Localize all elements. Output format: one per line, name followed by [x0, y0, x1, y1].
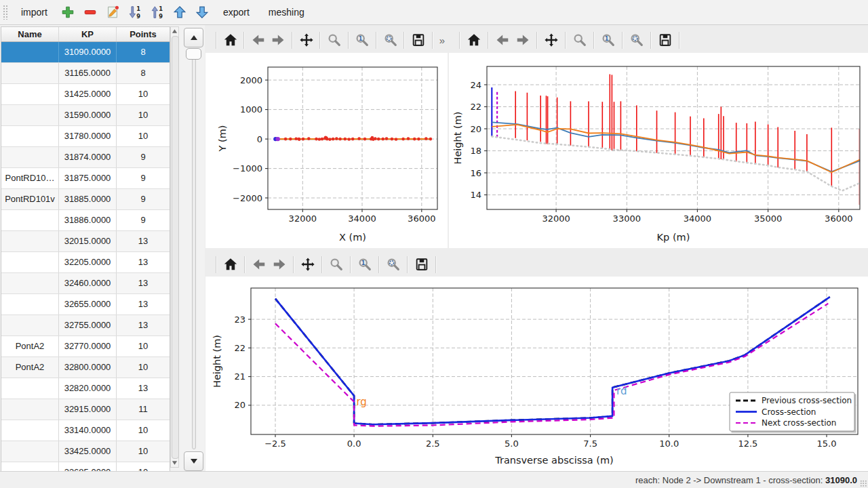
table-row[interactable]: PontRD10… 31875.0000 9: [1, 168, 170, 189]
back-icon[interactable]: [249, 255, 269, 274]
table-row[interactable]: 32205.0000 13: [1, 252, 170, 273]
pan-icon[interactable]: [298, 255, 318, 274]
scroll-up-icon[interactable]: [171, 27, 178, 35]
toolbar-separator: [348, 32, 349, 49]
column-header-name[interactable]: Name: [1, 27, 59, 41]
sort-ascending-icon[interactable]: 19: [149, 3, 167, 22]
cross-section-chart: rgrd−2.50.02.55.07.510.012.515.020212223…: [205, 277, 868, 471]
toolbar-separator: [593, 32, 595, 49]
save-figure-icon[interactable]: [408, 30, 428, 49]
table-scrollbar-thumb[interactable]: [172, 36, 179, 459]
svg-text:33000: 33000: [613, 214, 641, 224]
zoom-fit-icon[interactable]: [627, 30, 647, 49]
svg-text:1000: 1000: [240, 104, 262, 115]
forward-icon[interactable]: [513, 30, 533, 49]
navigator-track[interactable]: [192, 51, 196, 449]
back-icon[interactable]: [248, 30, 268, 49]
table-row[interactable]: 32655.0000 13: [1, 294, 170, 315]
toolbar-overflow-icon[interactable]: »: [437, 35, 448, 46]
toolbar-separator: [459, 32, 460, 49]
column-header-points[interactable]: Points: [117, 27, 170, 41]
cross-section-canvas[interactable]: rgrd−2.50.02.55.07.510.012.515.020212223…: [205, 277, 868, 471]
add-cross-section-icon[interactable]: [59, 3, 77, 22]
table-row[interactable]: 33425.0000 10: [1, 441, 170, 462]
table-scrollbar[interactable]: [170, 26, 179, 468]
svg-text:32000: 32000: [542, 214, 570, 224]
svg-text:X (m): X (m): [339, 232, 366, 243]
toolbar-separator: [407, 256, 408, 273]
svg-text:1: 1: [361, 260, 366, 266]
svg-text:1: 1: [137, 5, 141, 12]
menu-export[interactable]: export: [216, 3, 257, 22]
table-row[interactable]: 31425.0000 10: [1, 84, 170, 105]
zoom-fit-icon[interactable]: [383, 255, 403, 274]
home-icon[interactable]: [464, 30, 484, 49]
table-row[interactable]: 32820.0000 13: [1, 378, 170, 399]
save-figure-icon[interactable]: [655, 30, 675, 49]
zoom-icon[interactable]: [326, 255, 347, 274]
svg-text:32000: 32000: [289, 214, 317, 224]
cross-section-figure: 1 rgrd−2.50.02.55.07.510.012.515.0202122…: [205, 252, 868, 471]
move-down-icon[interactable]: [193, 3, 212, 22]
toolbar-separator: [376, 32, 377, 49]
save-figure-icon[interactable]: [412, 255, 432, 274]
toolbar-separator: [319, 32, 321, 49]
pan-icon[interactable]: [541, 30, 561, 49]
svg-text:1: 1: [605, 35, 609, 42]
table-row[interactable]: 31590.0000 10: [1, 105, 170, 126]
svg-text:2.5: 2.5: [426, 439, 440, 449]
table-row[interactable]: PontA2 32770.0000 10: [1, 336, 170, 357]
back-icon[interactable]: [492, 30, 513, 49]
navigator-handle[interactable]: [186, 48, 201, 60]
table-row[interactable]: 31090.0000 8: [1, 42, 170, 63]
svg-text:34000: 34000: [684, 214, 711, 224]
svg-text:−2.5: −2.5: [264, 439, 286, 449]
zoom-icon[interactable]: [324, 30, 344, 49]
svg-text:9: 9: [137, 13, 141, 20]
navigate-down-button[interactable]: [184, 451, 203, 471]
table-row[interactable]: 31886.0000 9: [1, 210, 170, 231]
application-window: import1919exportmeshing NameKPPoints 310…: [0, 0, 868, 488]
profile-canvas[interactable]: 3200033000340003500036000141618202224Kp …: [449, 53, 868, 248]
pan-icon[interactable]: [296, 30, 316, 49]
toolbar-separator: [292, 32, 293, 49]
table-row[interactable]: PontA2 32800.0000 10: [1, 357, 170, 378]
toolbar-separator: [244, 256, 245, 273]
table-row[interactable]: 32460.0000 13: [1, 273, 170, 294]
forward-icon[interactable]: [269, 255, 290, 274]
profile-toolbar: 1: [449, 27, 868, 53]
table-row[interactable]: 31165.0000 8: [1, 63, 170, 84]
table-row[interactable]: 31874.0000 9: [1, 147, 170, 168]
table-row[interactable]: 33140.0000 10: [1, 420, 170, 441]
svg-text:21: 21: [234, 371, 245, 382]
toolbar-separator: [565, 32, 566, 49]
edit-cross-section-icon[interactable]: [104, 3, 122, 22]
status-bar: reach: Node 2 -> Downstream 1 - cross-se…: [0, 471, 868, 488]
table-row[interactable]: 32015.0000 13: [1, 231, 170, 252]
table-row[interactable]: 31780.0000 10: [1, 126, 170, 147]
move-up-icon[interactable]: [171, 3, 189, 22]
table-row[interactable]: PontRD101v 31885.0000 9: [1, 189, 170, 210]
table-row[interactable]: 32755.0000 13: [1, 315, 170, 336]
column-header-kp[interactable]: KP: [59, 27, 117, 41]
forward-icon[interactable]: [269, 30, 288, 49]
zoom-original-icon[interactable]: 1: [598, 30, 618, 49]
navigate-up-button[interactable]: [184, 28, 203, 47]
resize-grip-icon[interactable]: [860, 480, 867, 487]
sort-descending-icon[interactable]: 19: [126, 3, 144, 22]
zoom-icon[interactable]: [570, 30, 590, 49]
home-icon[interactable]: [220, 30, 240, 49]
plan-toolbar: 1»: [205, 27, 448, 53]
scroll-down-icon[interactable]: [171, 459, 178, 467]
menu-import[interactable]: import: [14, 3, 55, 22]
menu-meshing[interactable]: meshing: [261, 3, 312, 22]
home-icon[interactable]: [220, 255, 241, 274]
zoom-original-icon[interactable]: 1: [353, 30, 372, 49]
remove-cross-section-icon[interactable]: [81, 3, 100, 22]
toolbar-grip[interactable]: [3, 5, 8, 20]
plan-canvas[interactable]: 320003400036000−2000−1000010002000X (m)Y…: [205, 53, 448, 248]
table-row[interactable]: 32915.0000 11: [1, 399, 170, 420]
zoom-fit-icon[interactable]: [380, 30, 400, 49]
zoom-original-icon[interactable]: 1: [355, 255, 375, 274]
svg-text:Height (m): Height (m): [452, 112, 463, 165]
